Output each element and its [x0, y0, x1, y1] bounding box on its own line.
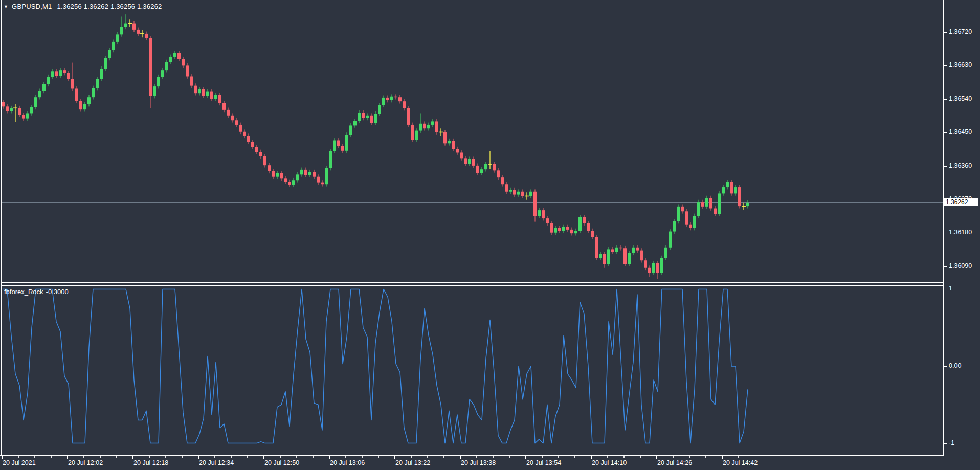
time-minor-tick — [214, 456, 215, 458]
symbol-timeframe-label: GBPUSD,M1 — [12, 3, 52, 10]
panel-separator-top[interactable] — [1, 282, 943, 283]
indicator-label: fbforex_Rock-0.3000 — [4, 288, 69, 296]
time-minor-tick — [280, 456, 281, 458]
time-minor-tick — [165, 456, 166, 458]
time-minor-tick — [247, 456, 248, 458]
time-label: 20 Jul 13:54 — [526, 459, 561, 466]
price-scale-tick — [944, 32, 947, 33]
bid-price-badge: 1.36262 — [944, 198, 978, 206]
time-minor-tick — [313, 456, 314, 458]
time-minor-tick — [116, 456, 117, 458]
time-minor-tick — [623, 456, 625, 458]
symbol-dropdown-icon[interactable]: ▼ — [4, 4, 8, 9]
indicator-scale-label: 1 — [949, 285, 952, 292]
time-minor-tick — [182, 456, 183, 458]
price-scale-tick — [944, 233, 947, 234]
time-minor-tick — [476, 456, 477, 458]
time-label: 20 Jul 13:38 — [461, 459, 496, 466]
panel-border-left — [1, 0, 2, 455]
chart-canvas[interactable] — [0, 0, 980, 470]
time-minor-tick — [689, 456, 690, 458]
time-minor-tick — [100, 456, 101, 458]
trading-chart-window: ▼GBPUSD,M11.36256 1.36262 1.36256 1.3626… — [0, 0, 980, 470]
price-scale-tick — [944, 266, 947, 267]
time-minor-tick — [149, 456, 150, 458]
time-minor-tick — [18, 456, 19, 458]
indicator-scale-tick — [944, 366, 947, 367]
indicator-scale-tick — [944, 289, 947, 290]
ohlc-values: 1.36256 1.36262 1.36256 1.36262 — [57, 3, 162, 10]
time-minor-tick — [427, 456, 428, 458]
price-scale-tick — [944, 166, 947, 167]
price-scale-label: 1.36450 — [949, 128, 972, 136]
time-minor-tick — [673, 456, 674, 458]
time-label: 20 Jul 14:42 — [723, 459, 758, 466]
time-label: 20 Jul 13:22 — [395, 459, 430, 466]
price-scale-label: 1.36090 — [949, 262, 972, 270]
time-minor-tick — [607, 456, 608, 458]
time-minor-tick — [705, 456, 706, 458]
time-label: 20 Jul 2021 — [3, 459, 36, 466]
price-scale-label: 1.36630 — [949, 61, 972, 69]
time-label: 20 Jul 13:06 — [330, 459, 365, 466]
time-label: 20 Jul 12:18 — [133, 459, 168, 466]
price-scale-tick — [944, 65, 947, 66]
time-label: 20 Jul 14:26 — [657, 459, 692, 466]
time-minor-tick — [378, 456, 379, 458]
time-minor-tick — [640, 456, 641, 458]
time-scale[interactable]: 20 Jul 202120 Jul 12:0220 Jul 12:1820 Ju… — [0, 456, 980, 470]
price-scale-label: 1.36180 — [949, 229, 972, 236]
time-minor-tick — [296, 456, 297, 458]
panel-separator-bottom[interactable] — [1, 285, 943, 286]
time-minor-tick — [574, 456, 575, 458]
time-minor-tick — [493, 456, 494, 458]
indicator-scale-tick — [944, 443, 947, 444]
time-minor-tick — [443, 456, 444, 458]
price-scale-tick — [944, 132, 947, 133]
time-label: 20 Jul 12:34 — [199, 459, 234, 466]
price-scale-label: 1.36540 — [949, 95, 972, 102]
price-scale-label: 1.36360 — [949, 162, 972, 169]
time-minor-tick — [738, 456, 739, 458]
indicator-scale-label: -1 — [949, 439, 954, 446]
indicator-scale-label: 0.00 — [949, 362, 961, 369]
time-minor-tick — [51, 456, 52, 458]
price-scale[interactable]: 1.367201.366301.365401.364501.363601.362… — [943, 0, 980, 456]
time-label: 20 Jul 12:50 — [264, 459, 299, 466]
time-minor-tick — [509, 456, 510, 458]
time-minor-tick — [362, 456, 363, 458]
time-minor-tick — [231, 456, 232, 458]
price-scale-label: 1.36720 — [949, 28, 972, 35]
time-minor-tick — [345, 456, 346, 458]
indicator-name: fbforex_Rock — [4, 288, 43, 296]
time-label: 20 Jul 12:02 — [68, 459, 103, 466]
price-scale-tick — [944, 99, 947, 100]
time-minor-tick — [542, 456, 543, 458]
chart-header: ▼GBPUSD,M11.36256 1.36262 1.36256 1.3626… — [4, 3, 162, 10]
time-minor-tick — [34, 456, 35, 458]
time-minor-tick — [411, 456, 412, 458]
indicator-value: -0.3000 — [46, 288, 69, 296]
time-minor-tick — [558, 456, 559, 458]
time-label: 20 Jul 14:10 — [592, 459, 627, 466]
time-minor-tick — [83, 456, 84, 458]
